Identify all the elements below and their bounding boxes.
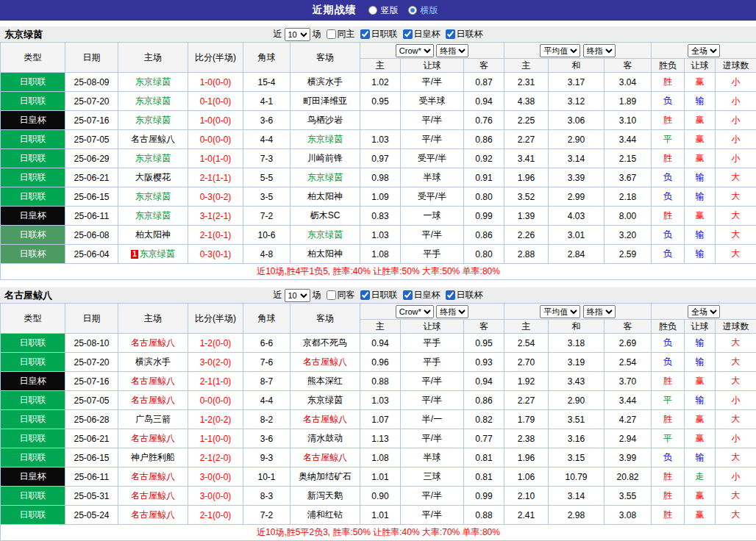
euro-draw-odds: 3.12 <box>549 92 605 111</box>
euro-away-odds: 3.04 <box>605 73 652 92</box>
col-header-away: 客场 <box>290 304 360 334</box>
league-filter-jleague-input[interactable] <box>360 290 370 300</box>
fulltime-select[interactable]: 全场 <box>688 305 720 318</box>
league-filter-emperor-cup[interactable]: 日皇杯 <box>403 28 441 40</box>
result-goals: 大 <box>716 168 756 187</box>
home-team-cell: 横滨水手 <box>118 353 188 372</box>
home-team-cell: 名古屋鲸八 <box>118 467 188 487</box>
league-filter-jleague[interactable]: 日职联 <box>360 289 398 301</box>
away-team-cell: 清水鼓动 <box>290 429 360 448</box>
layout-radio-group: 竖版 横版 <box>368 4 444 17</box>
away-team-cell: 鸟栖沙岩 <box>290 111 360 130</box>
euro-home-odds: 2.54 <box>504 334 549 353</box>
euro-draw-odds: 3.14 <box>549 487 605 506</box>
corners-cell: 7-6 <box>243 353 290 372</box>
col-header-odds-away: 客 <box>464 320 504 334</box>
corners-cell: 7-3 <box>243 149 290 168</box>
games-count-select[interactable]: 10 <box>285 289 310 302</box>
games-label: 场 <box>313 28 321 40</box>
euro-home-odds: 2.70 <box>504 353 549 372</box>
final-odds-select[interactable]: 终指 <box>436 305 468 318</box>
vertical-layout-radio[interactable] <box>368 6 377 15</box>
games-count-select[interactable]: 10 <box>285 28 310 41</box>
result-goals: 大 <box>716 334 756 353</box>
corners-cell: 9-3 <box>243 448 290 467</box>
score-cell: 1-2(0-0) <box>188 334 243 353</box>
bookmaker-select[interactable]: Crow* <box>396 305 434 318</box>
match-date: 25-05-24 <box>65 506 118 525</box>
handicap-home-odds: 0.94 <box>360 334 401 353</box>
handicap-home-odds: 0.98 <box>360 168 401 187</box>
match-date: 25-07-16 <box>65 372 118 391</box>
handicap-line: 半球 <box>401 448 464 467</box>
handicap-home-odds: 1.09 <box>360 187 401 207</box>
euro-home-odds: 2.27 <box>504 130 549 149</box>
handicap-odds-group: Crow* 终指 <box>360 304 504 320</box>
average-odds-select[interactable]: 平均值 <box>540 44 580 57</box>
score-cell: 1-2(0-2) <box>188 410 243 429</box>
result-handicap: 输 <box>685 334 716 353</box>
result-goals: 小 <box>716 429 756 448</box>
handicap-line: 三球 <box>401 467 464 487</box>
corners-cell: 8-7 <box>243 372 290 391</box>
result-outcome: 负 <box>652 92 685 111</box>
result-handicap: 走 <box>685 467 716 487</box>
rank-badge: 1 <box>131 250 138 259</box>
score-cell: 0-3(0-2) <box>188 187 243 207</box>
match-row: 日职联25-06-15神户胜利船2-1(2-0)9-3名古屋鲸八1.08半球0.… <box>1 448 756 467</box>
same-venue-checkbox[interactable]: 同客 <box>327 289 355 301</box>
final-odds-select-2[interactable]: 终指 <box>583 44 616 57</box>
match-type-badge: 日职联 <box>1 334 65 353</box>
home-team-cell: 名古屋鲸八 <box>118 429 188 448</box>
score-cell: 3-0(2-0) <box>188 353 243 372</box>
handicap-line: 平/半 <box>401 73 464 92</box>
result-goals: 大 <box>716 245 756 264</box>
euro-draw-odds: 3.14 <box>549 149 605 168</box>
handicap-away-odds: 0.76 <box>464 111 504 130</box>
vertical-layout-label[interactable]: 竖版 <box>381 4 399 17</box>
col-header-odds-line: 让球 <box>401 320 464 334</box>
final-odds-select[interactable]: 终指 <box>436 44 468 57</box>
horizontal-layout-radio[interactable] <box>408 6 417 15</box>
summary-row: 近10场,胜5平2负3, 胜率:50% 让胜率:40% 大率:70% 单率:80… <box>1 525 756 541</box>
col-header-corners: 角球 <box>243 43 290 73</box>
col-header-score: 比分(半场) <box>188 304 243 334</box>
away-team-cell: 新泻天鹅 <box>290 487 360 506</box>
league-filter-league-cup[interactable]: 日联杯 <box>446 28 483 40</box>
handicap-line: 平/半 <box>401 487 464 506</box>
handicap-away-odds: 0.93 <box>464 353 504 372</box>
league-filter-league-cup-input[interactable] <box>446 29 455 39</box>
result-outcome: 负 <box>652 245 685 264</box>
league-filter-league-cup-input[interactable] <box>446 290 455 300</box>
league-filter-emperor-cup[interactable]: 日皇杯 <box>403 289 441 301</box>
final-odds-select-2[interactable]: 终指 <box>583 305 616 318</box>
col-header-result-goals: 进球数 <box>716 320 756 334</box>
handicap-away-odds: 0.99 <box>464 487 504 506</box>
horizontal-layout-label[interactable]: 横版 <box>421 4 438 17</box>
league-filter-jleague-input[interactable] <box>360 29 370 39</box>
same-venue-input[interactable] <box>327 290 336 300</box>
result-outcome: 胜 <box>652 111 685 130</box>
match-type-badge: 日职联 <box>1 506 65 525</box>
corners-cell: 4-8 <box>243 245 290 264</box>
corners-cell: 3-6 <box>243 111 290 130</box>
league-filter-league-cup[interactable]: 日联杯 <box>446 289 483 301</box>
match-date: 25-07-16 <box>65 111 118 130</box>
same-venue-checkbox[interactable]: 同主 <box>327 28 355 40</box>
match-date: 25-06-04 <box>65 245 118 264</box>
average-odds-select[interactable]: 平均值 <box>540 305 580 318</box>
result-handicap: 输 <box>685 448 716 467</box>
result-goals: 大 <box>716 353 756 372</box>
fulltime-select[interactable]: 全场 <box>688 44 720 57</box>
handicap-line: 平/半 <box>401 429 464 448</box>
same-venue-input[interactable] <box>327 29 336 39</box>
league-filter-emperor-cup-input[interactable] <box>403 29 413 39</box>
bookmaker-select[interactable]: Crow* <box>396 44 434 57</box>
league-filter-jleague[interactable]: 日职联 <box>360 28 398 40</box>
euro-home-odds: 3.41 <box>504 149 549 168</box>
games-label: 场 <box>313 289 321 301</box>
match-row: 日职联25-06-21大阪樱花2-1(1-1)5-5东京绿茵0.98半球0.91… <box>1 168 756 187</box>
league-filter-emperor-cup-input[interactable] <box>403 290 413 300</box>
home-team-cell: 大阪樱花 <box>118 168 188 187</box>
match-type-badge: 日职联 <box>1 130 65 149</box>
